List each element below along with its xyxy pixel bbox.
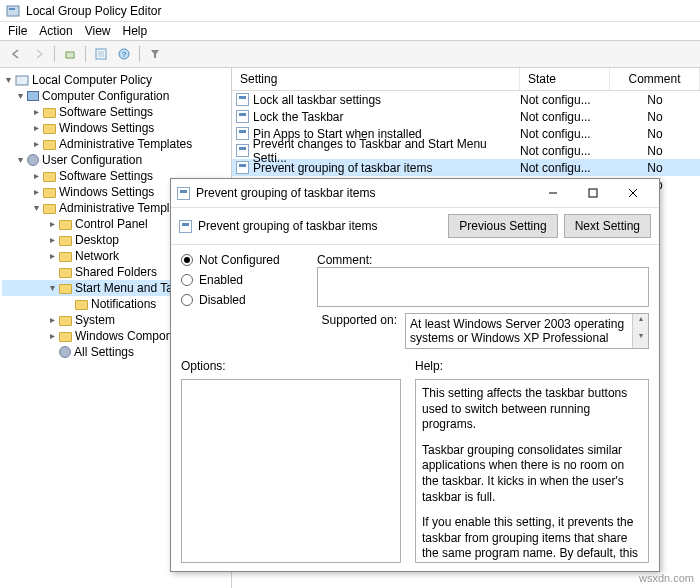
folder-icon [43, 204, 56, 214]
menubar: File Action View Help [0, 22, 700, 40]
svg-rect-7 [16, 76, 28, 85]
refresh-button[interactable] [91, 44, 111, 64]
folder-icon [43, 140, 56, 150]
supported-text: At least Windows Server 2003 operating s… [405, 313, 649, 349]
back-button[interactable] [6, 44, 26, 64]
policy-icon [236, 93, 249, 106]
policy-icon [236, 161, 249, 174]
window-title: Local Group Policy Editor [26, 4, 161, 18]
watermark: wsxdn.com [639, 572, 694, 584]
options-panel [181, 379, 401, 563]
up-button[interactable] [60, 44, 80, 64]
tree-user-config[interactable]: ▾User Configuration [2, 152, 229, 168]
radio-icon [181, 254, 193, 266]
help-panel[interactable]: This setting affects the taskbar buttons… [415, 379, 649, 563]
maximize-button[interactable] [573, 181, 613, 205]
folder-icon [59, 284, 72, 294]
tree-cc-admin[interactable]: ▸Administrative Templates [2, 136, 229, 152]
app-icon [6, 4, 20, 18]
comment-label: Comment: [317, 253, 649, 267]
list-header: Setting State Comment [232, 68, 700, 91]
close-button[interactable] [613, 181, 653, 205]
user-icon [27, 154, 39, 166]
radio-icon [181, 294, 193, 306]
toolbar: ? [0, 40, 700, 68]
svg-rect-2 [66, 52, 74, 58]
chevron-up-icon[interactable]: ▴ [632, 314, 648, 331]
tree-root[interactable]: ▾Local Computer Policy [2, 72, 229, 88]
tree-cc-windows[interactable]: ▸Windows Settings [2, 120, 229, 136]
folder-icon [59, 236, 72, 246]
chevron-down-icon[interactable]: ▾ [632, 331, 648, 348]
folder-icon [43, 172, 56, 182]
header-comment[interactable]: Comment [610, 68, 700, 90]
help-button[interactable]: ? [114, 44, 134, 64]
list-row[interactable]: Prevent changes to Taskbar and Start Men… [232, 142, 700, 159]
radio-enabled[interactable]: Enabled [181, 273, 301, 287]
svg-text:?: ? [122, 50, 127, 59]
menu-view[interactable]: View [85, 24, 111, 38]
folder-icon [59, 316, 72, 326]
folder-icon [59, 252, 72, 262]
dialog-subheader: Prevent grouping of taskbar items Previo… [171, 207, 659, 245]
svg-rect-9 [589, 189, 597, 197]
policy-icon [236, 144, 249, 157]
next-setting-button[interactable]: Next Setting [564, 214, 651, 238]
menu-file[interactable]: File [8, 24, 27, 38]
radio-not-configured[interactable]: Not Configured [181, 253, 301, 267]
svg-rect-0 [7, 6, 19, 16]
header-state[interactable]: State [520, 68, 610, 90]
dialog-titlebar: Prevent grouping of taskbar items [171, 179, 659, 207]
policy-icon [179, 220, 192, 233]
minimize-button[interactable] [533, 181, 573, 205]
comment-textarea[interactable] [317, 267, 649, 307]
options-label: Options: [181, 359, 401, 373]
list-row[interactable]: Lock all taskbar settingsNot configu...N… [232, 91, 700, 108]
policy-dialog: Prevent grouping of taskbar items Preven… [170, 178, 660, 572]
help-label: Help: [415, 359, 649, 373]
forward-button[interactable] [29, 44, 49, 64]
radio-group: Not Configured Enabled Disabled [181, 253, 301, 349]
header-setting[interactable]: Setting [232, 68, 520, 90]
previous-setting-button[interactable]: Previous Setting [448, 214, 557, 238]
settings-icon [59, 346, 71, 358]
menu-action[interactable]: Action [39, 24, 72, 38]
folder-icon [43, 124, 56, 134]
dialog-subtitle: Prevent grouping of taskbar items [198, 219, 377, 233]
list-row[interactable]: Lock the TaskbarNot configu...No [232, 108, 700, 125]
list-row[interactable]: Prevent grouping of taskbar itemsNot con… [232, 159, 700, 176]
svg-rect-1 [9, 8, 15, 10]
folder-icon [59, 268, 72, 278]
svg-rect-4 [98, 51, 104, 57]
computer-icon [27, 91, 39, 101]
policy-icon [236, 127, 249, 140]
folder-icon [59, 332, 72, 342]
folder-icon [59, 220, 72, 230]
tree-cc-software[interactable]: ▸Software Settings [2, 104, 229, 120]
radio-disabled[interactable]: Disabled [181, 293, 301, 307]
menu-help[interactable]: Help [123, 24, 148, 38]
policy-icon [236, 110, 249, 123]
dialog-title: Prevent grouping of taskbar items [196, 186, 375, 200]
supported-label: Supported on: [317, 313, 397, 327]
titlebar: Local Group Policy Editor [0, 0, 700, 22]
folder-icon [43, 108, 56, 118]
radio-icon [181, 274, 193, 286]
folder-icon [43, 188, 56, 198]
folder-icon [75, 300, 88, 310]
policy-icon [177, 187, 190, 200]
tree-computer-config[interactable]: ▾Computer Configuration [2, 88, 229, 104]
filter-button[interactable] [145, 44, 165, 64]
